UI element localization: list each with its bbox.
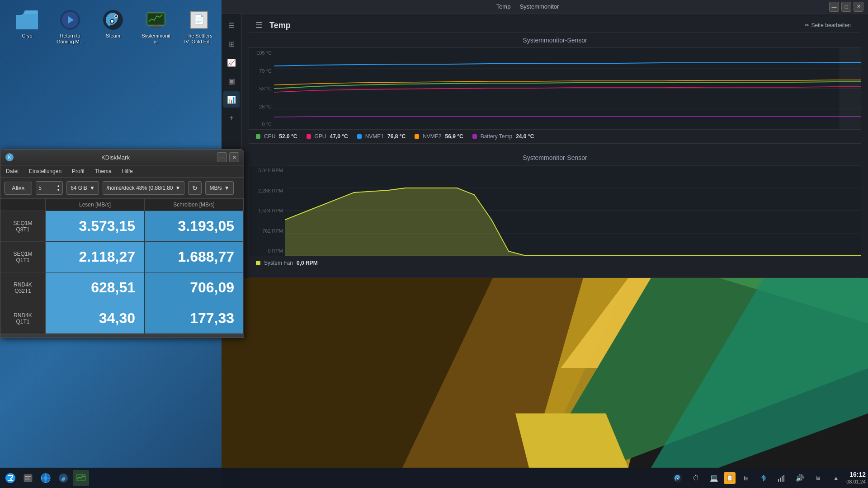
kdiskmark-titlebar: K KDiskMark — ✕ xyxy=(0,150,244,165)
seq1m-q1t1-text: SEQ1MQ1T1 xyxy=(13,251,32,263)
spinbox-up[interactable]: ▲ xyxy=(57,184,60,188)
y-label-79: 79 °C xyxy=(251,68,272,74)
steam-tray-icon xyxy=(673,473,683,483)
all-button[interactable]: Alles xyxy=(4,182,32,195)
legend-nvme1: NVME1 76,8 °C xyxy=(357,133,406,140)
desktop-icon-systemmonitor[interactable]: Systemmonitor xyxy=(138,9,174,45)
rnd4k-q32t1-text: RND4KQ32T1 xyxy=(14,282,32,294)
edit-icon: ✏ xyxy=(805,22,809,28)
steam-icon xyxy=(102,9,124,31)
fan-chart-legend: System Fan 0,0 RPM xyxy=(249,256,861,270)
svg-point-38 xyxy=(5,473,15,483)
menu-einstellungen[interactable]: Einstellungen xyxy=(27,167,63,175)
kdiskmark-close-btn[interactable]: ✕ xyxy=(229,152,239,162)
legend-battery: Battery Temp 24,0 °C xyxy=(472,133,534,140)
taskbar-clock[interactable]: 16:12 08.01.24 xyxy=(846,470,866,485)
sysmon-close-btn[interactable]: ✕ xyxy=(854,2,863,12)
systemmonitor-window: Temp — Systemmonitor — □ ✕ ☰ ⊞ 📈 ▣ 📊 + xyxy=(222,0,868,488)
hamburger-icon[interactable]: ☰ xyxy=(255,20,263,30)
unit-value: MB/s xyxy=(209,185,222,191)
taskbar-bluetooth-icon[interactable] xyxy=(755,470,772,486)
sidebar-icon-add[interactable]: + xyxy=(223,110,240,126)
menu-profil[interactable]: Profil xyxy=(70,167,86,175)
battery-value: 24,0 °C xyxy=(516,133,534,140)
path-value: /home/deck 48% (0,88/1,80 xyxy=(107,185,173,191)
battery-label: Battery Temp xyxy=(481,133,512,140)
sidebar-icon-grid[interactable]: ⊞ xyxy=(223,36,240,52)
fan-y-2286: 2.286 RPM xyxy=(251,188,283,193)
return-gaming-label: Return toGaming M... xyxy=(57,33,84,45)
rnd4k-q32t1-write: 706,09 xyxy=(190,279,234,296)
systemmonitor-label: Systemmonitor xyxy=(142,33,170,45)
desktop-icons-container: Cryo Return toGaming M... xyxy=(5,5,222,49)
y-label-0: 0 °C xyxy=(251,122,272,127)
sysmon-main-content: ☰ Temp ✏ Seite bearbeiten Systemmonitor-… xyxy=(242,14,868,488)
unit-dropdown[interactable]: MB/s ▼ xyxy=(205,181,233,195)
desktop-icon-cryo[interactable]: Cryo xyxy=(9,9,45,45)
taskbar-clock-icon[interactable]: ⏱ xyxy=(688,470,704,486)
kde-logo xyxy=(5,473,16,483)
sidebar-icon-chart[interactable]: 📈 xyxy=(223,54,240,70)
count-spinbox[interactable]: 5 ▲ ▼ xyxy=(36,181,63,195)
menu-datei[interactable]: Datei xyxy=(4,167,20,175)
refresh-button[interactable]: ↻ xyxy=(188,181,202,195)
desktop-icon-steam[interactable]: Steam xyxy=(95,9,131,45)
taskbar-monitor-icon[interactable]: 🖥 xyxy=(737,470,754,486)
path-chevron: ▼ xyxy=(175,185,181,191)
dolphin-icon xyxy=(58,473,69,483)
kdiskmark-minimize-btn[interactable]: — xyxy=(217,152,227,162)
taskbar-expand-icon[interactable]: ▲ xyxy=(828,470,844,486)
taskbar-kde-launcher[interactable] xyxy=(2,470,19,486)
svg-rect-42 xyxy=(25,479,30,480)
unit-chevron: ▼ xyxy=(224,185,230,191)
desktop-icon-return-gaming[interactable]: Return toGaming M... xyxy=(52,9,88,45)
kdiskmark-menubar: Datei Einstellungen Profil Thema Hilfe xyxy=(0,165,244,178)
taskbar: ⏱ 💻 📋 🖥 xyxy=(0,468,868,488)
seq1m-q1t1-read: 2.118,27 xyxy=(79,249,135,265)
svg-text:📄: 📄 xyxy=(193,14,205,25)
taskbar-display-icon[interactable]: 🖥 xyxy=(810,470,826,486)
taskbar-time: 16:12 xyxy=(846,470,866,479)
sysmon-maximize-btn[interactable]: □ xyxy=(841,2,851,12)
fan-chart-y-labels: 3.048 RPM 2.286 RPM 1.524 RPM 762 RPM 0 … xyxy=(249,165,285,256)
taskbar-volume-icon[interactable]: 🔊 xyxy=(792,470,808,486)
bench-header-write: Schreiben [MB/s] xyxy=(145,199,244,211)
temp-chart-plot xyxy=(274,48,861,129)
spinbox-down[interactable]: ▼ xyxy=(57,188,60,192)
sysmon-titlebar: Temp — Systemmonitor — □ ✕ xyxy=(222,0,868,14)
fan-label: System Fan xyxy=(264,260,293,266)
bench-row-seq1m-q8t1: SEQ1MQ8T1 3.573,15 3.193,05 xyxy=(0,211,244,242)
taskbar-task-dolphin[interactable] xyxy=(55,470,71,486)
sidebar-icon-box[interactable]: ▣ xyxy=(223,73,240,89)
edit-page-btn[interactable]: ✏ Seite bearbeiten xyxy=(801,20,854,30)
fan-y-762: 762 RPM xyxy=(251,228,283,234)
settlers-label: The SettlersIV: Gold Ed... xyxy=(184,33,213,45)
svg-rect-10 xyxy=(153,25,159,27)
size-dropdown[interactable]: 64 GiB ▼ xyxy=(66,181,99,195)
temp-chart-y-labels: 105 °C 79 °C 53 °C 26 °C 0 °C xyxy=(249,48,274,129)
sidebar-icon-menu[interactable]: ☰ xyxy=(223,17,240,33)
path-dropdown[interactable]: /home/deck 48% (0,88/1,80 ▼ xyxy=(103,181,185,195)
taskbar-task-browser[interactable] xyxy=(38,470,54,486)
taskbar-laptop-icon[interactable]: 💻 xyxy=(706,470,722,486)
nvme1-value: 76,8 °C xyxy=(387,133,406,140)
sidebar-icon-active[interactable]: 📊 xyxy=(223,91,240,108)
seq1m-q8t1-read: 3.573,15 xyxy=(79,218,135,235)
legend-nvme2: NVME2 56,9 °C xyxy=(415,133,463,140)
systemmonitor-icon xyxy=(145,9,167,31)
menu-thema[interactable]: Thema xyxy=(93,167,113,175)
taskbar-steam-icon[interactable] xyxy=(670,470,686,486)
legend-gpu: GPU 47,0 °C xyxy=(307,133,348,140)
nvme1-label: NVME1 xyxy=(365,133,384,140)
taskbar-task-files[interactable] xyxy=(20,470,36,486)
desktop: Cryo Return toGaming M... xyxy=(0,0,868,488)
sysmon-minimize-btn[interactable]: — xyxy=(829,2,839,12)
desktop-icon-settlers[interactable]: 📄 The SettlersIV: Gold Ed... xyxy=(181,9,217,45)
taskbar-network-icon[interactable] xyxy=(774,470,790,486)
bench-label-rnd4k-q1t1: RND4KQ1T1 xyxy=(0,303,46,333)
menu-hilfe[interactable]: Hilfe xyxy=(120,167,135,175)
steam-label: Steam xyxy=(106,33,120,39)
taskbar-task-systemmon[interactable] xyxy=(73,470,89,486)
taskbar-left xyxy=(2,470,89,486)
taskbar-notification-icon[interactable]: 📋 xyxy=(724,472,736,484)
